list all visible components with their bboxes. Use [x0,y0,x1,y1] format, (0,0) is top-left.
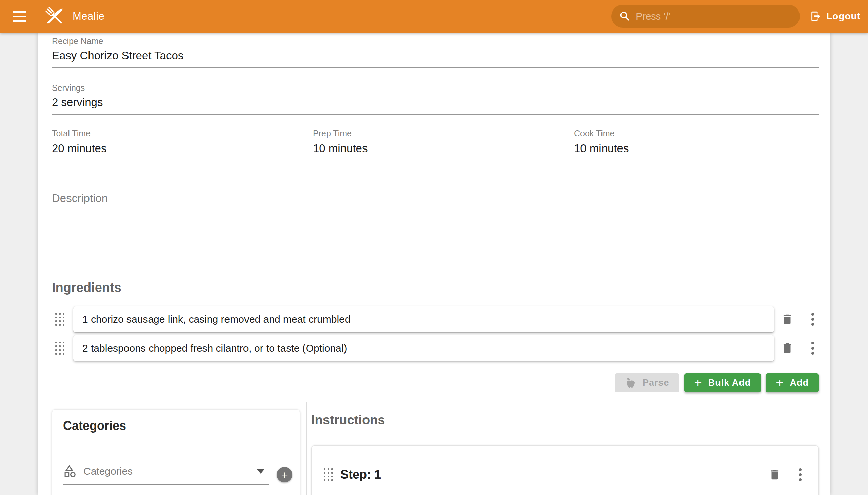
plus-icon: + [776,376,784,389]
column-divider [306,403,307,495]
add-button[interactable]: + Add [766,373,819,392]
categories-column: Categories Categories [52,403,300,495]
plus-icon: + [694,376,702,389]
description-value[interactable] [52,205,819,264]
recipe-name-field[interactable]: Recipe Name Easy Chorizo Street Tacos [52,33,819,68]
total-time-field[interactable]: Total Time 20 minutes [52,128,297,161]
logout-icon [810,11,821,22]
recipe-name-value[interactable]: Easy Chorizo Street Tacos [52,48,819,67]
recipe-sheet: Recipe Name Easy Chorizo Street Tacos Se… [38,33,830,495]
categories-card: Categories Categories [52,409,300,495]
add-label: Add [790,378,809,388]
parse-label: Parse [643,378,669,388]
bulk-add-button[interactable]: + Bulk Add [684,373,761,392]
recipe-editor-page: Mealie Logout Recipe Name Easy Chorizo S… [0,0,868,495]
delete-ingredient-button[interactable] [781,313,794,326]
mealie-logo-icon [43,4,66,28]
servings-value[interactable]: 2 servings [52,95,819,114]
drag-handle-icon[interactable] [55,342,64,355]
cook-time-field[interactable]: Cook Time 10 minutes [574,128,819,161]
instructions-heading: Instructions [311,413,819,428]
ingredients-list: 1 chorizo sausage link, casing removed a… [52,307,819,361]
ingredient-menu-icon[interactable] [806,313,819,326]
ingredient-row: 1 chorizo sausage link, casing removed a… [52,307,819,332]
shapes-icon [63,464,77,478]
servings-label: Servings [52,83,819,93]
ingredient-row: 2 tablespoons chopped fresh cilantro, or… [52,335,819,361]
app-bar: Mealie Logout [0,0,868,33]
description-label: Description [52,191,819,205]
cook-time-label: Cook Time [574,128,819,138]
total-time-label: Total Time [52,128,297,138]
step-menu-icon[interactable] [794,468,806,481]
app-title: Mealie [72,10,104,22]
total-time-value[interactable]: 20 minutes [52,141,297,161]
instructions-column: Instructions Step: 1 [311,403,819,495]
prep-time-field[interactable]: Prep Time 10 minutes [313,128,558,161]
categories-select[interactable]: Categories [63,464,269,485]
step-card: Step: 1 Combine crumbled chorizo and chi… [311,445,819,495]
ingredients-heading: Ingredients [52,280,819,295]
recipe-name-label: Recipe Name [52,36,819,46]
logout-button[interactable]: Logout [810,11,861,22]
description-field[interactable]: Description [52,191,819,264]
plus-icon: ＋ [279,467,290,482]
logout-label: Logout [826,11,861,22]
delete-step-button[interactable] [768,468,781,481]
ingredient-input[interactable]: 1 chorizo sausage link, casing removed a… [73,307,774,332]
cook-time-value[interactable]: 10 minutes [574,141,819,161]
bottom-columns: Categories Categories [52,403,819,495]
trash-icon [781,342,794,355]
categories-card-title: Categories [63,419,292,433]
trash-icon [768,468,781,481]
divider [63,440,292,440]
apple-icon [625,377,636,389]
drag-handle-icon[interactable] [324,468,333,481]
prep-time-value[interactable]: 10 minutes [313,141,558,161]
servings-field[interactable]: Servings 2 servings [52,83,819,115]
times-row: Total Time 20 minutes Prep Time 10 minut… [52,128,819,161]
ingredient-menu-icon[interactable] [806,342,819,355]
search-input[interactable] [636,11,793,22]
ingredient-actions: Parse + Bulk Add + Add [52,373,819,392]
menu-icon[interactable] [13,8,29,24]
trash-icon [781,313,794,326]
add-category-button[interactable]: ＋ [277,467,292,482]
parse-button[interactable]: Parse [615,373,680,392]
drag-handle-icon[interactable] [55,313,64,326]
search-bar[interactable] [611,5,800,28]
step-title: Step: 1 [340,465,381,484]
chevron-down-icon[interactable] [257,469,265,474]
categories-select-label: Categories [83,465,133,477]
delete-ingredient-button[interactable] [781,342,794,355]
bulk-add-label: Bulk Add [708,378,751,388]
ingredient-input[interactable]: 2 tablespoons chopped fresh cilantro, or… [73,335,774,361]
prep-time-label: Prep Time [313,128,558,138]
search-icon [619,10,631,22]
